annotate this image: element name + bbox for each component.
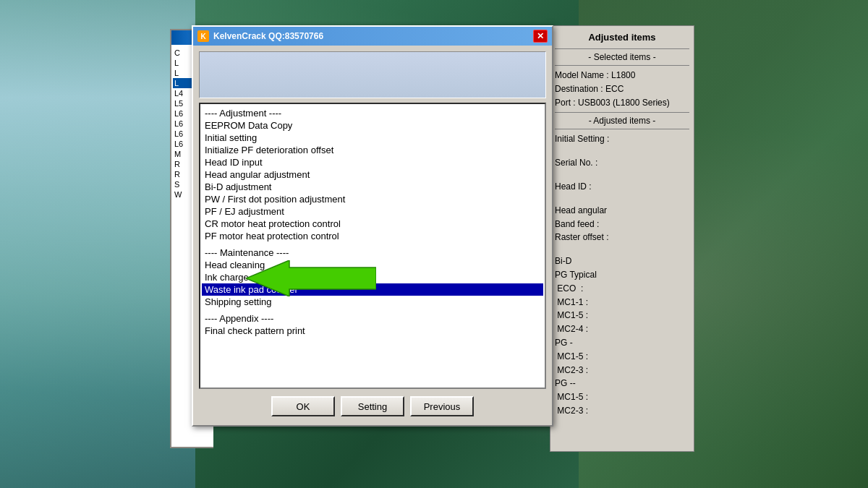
dialog-title: KelvenCrack QQ:83570766: [213, 31, 323, 41]
mc1-1: MC1-1 :: [555, 296, 689, 309]
mc1-5-a: MC1-5 :: [555, 309, 689, 322]
pg-minus: PG -: [555, 336, 689, 350]
adjusted-items-section: - Adjusted items -: [555, 112, 689, 129]
pg-typical: PG Typical: [555, 268, 689, 282]
adjustment-list-scroll[interactable]: ---- Adjustment ---- EEPROM Data Copy In…: [200, 104, 545, 388]
list-item-final-check[interactable]: Final check pattern print: [202, 325, 543, 337]
list-item-cr-motor[interactable]: CR motor heat protection control: [202, 218, 543, 230]
port: Port : USB003 (L1800 Series): [555, 96, 689, 110]
preview-area: [199, 51, 546, 98]
destination: Destination : ECC: [555, 82, 689, 96]
list-item-ink-charge[interactable]: Ink charge: [202, 271, 543, 283]
mc2-3-b: MC2-3 :: [555, 404, 689, 418]
list-section-appendix[interactable]: ---- Appendix ----: [202, 312, 543, 325]
raster-offset: Raster offset :: [555, 231, 689, 244]
model-name: Model Name : L1800: [555, 69, 689, 82]
bi-d: Bi-D: [555, 254, 689, 268]
waterfall: [0, 0, 195, 488]
close-button[interactable]: ✕: [533, 30, 548, 43]
eco: ECO :: [555, 282, 689, 296]
list-item-shipping[interactable]: Shipping setting: [202, 296, 543, 308]
list-item-head-id[interactable]: Head ID input: [202, 156, 543, 168]
right-panel: Adjusted items - Selected items - Model …: [550, 25, 694, 452]
list-item-initial[interactable]: Initial setting: [202, 132, 543, 144]
list-section-adjustment[interactable]: ---- Adjustment ----: [202, 107, 543, 119]
band-feed: Band feed :: [555, 218, 689, 231]
initial-setting: Initial Setting :: [555, 132, 689, 146]
mc2-3-a: MC2-3 :: [555, 364, 689, 377]
adjustment-list-container: ---- Adjustment ---- EEPROM Data Copy In…: [199, 103, 546, 389]
mc1-5-c: MC1-5 :: [555, 390, 689, 404]
right-panel-title: Adjusted items: [555, 29, 689, 46]
main-dialog: K KelvenCrack QQ:83570766 ✕ ---- Adjustm…: [192, 25, 553, 427]
mc2-4: MC2-4 :: [555, 322, 689, 336]
list-item-head-cleaning[interactable]: Head cleaning: [202, 259, 543, 271]
pg-double-minus: PG --: [555, 377, 689, 390]
setting-button[interactable]: Setting: [341, 396, 404, 416]
list-item-pf-ej[interactable]: PF / EJ adjustment: [202, 205, 543, 218]
previous-button[interactable]: Previous: [410, 396, 474, 416]
list-item-waste-ink[interactable]: Waste ink pad counter: [202, 283, 543, 296]
mc1-5-b: MC1-5 :: [555, 350, 689, 364]
head-angular: Head angular: [555, 204, 689, 218]
list-section-maintenance[interactable]: ---- Maintenance ----: [202, 247, 543, 259]
head-id: Head ID :: [555, 180, 689, 194]
title-left: K KelvenCrack QQ:83570766: [197, 30, 323, 42]
serial-no: Serial No. :: [555, 156, 689, 170]
selected-items-section: - Selected items -: [555, 48, 689, 66]
button-row: OK Setting Previous: [199, 393, 546, 419]
app-icon: K: [197, 30, 209, 42]
dialog-titlebar: K KelvenCrack QQ:83570766 ✕: [193, 27, 552, 46]
list-item-eeprom[interactable]: EEPROM Data Copy: [202, 119, 543, 132]
list-item-pw[interactable]: PW / First dot position adjustment: [202, 193, 543, 205]
list-item-pf-init[interactable]: Initialize PF deterioration offset: [202, 144, 543, 156]
list-item-head-angular[interactable]: Head angular adjustment: [202, 168, 543, 181]
list-item-pf-motor[interactable]: PF motor heat protection control: [202, 230, 543, 242]
list-item-bid[interactable]: Bi-D adjustment: [202, 181, 543, 193]
dialog-body: ---- Adjustment ---- EEPROM Data Copy In…: [193, 46, 552, 425]
ok-button[interactable]: OK: [271, 396, 335, 416]
